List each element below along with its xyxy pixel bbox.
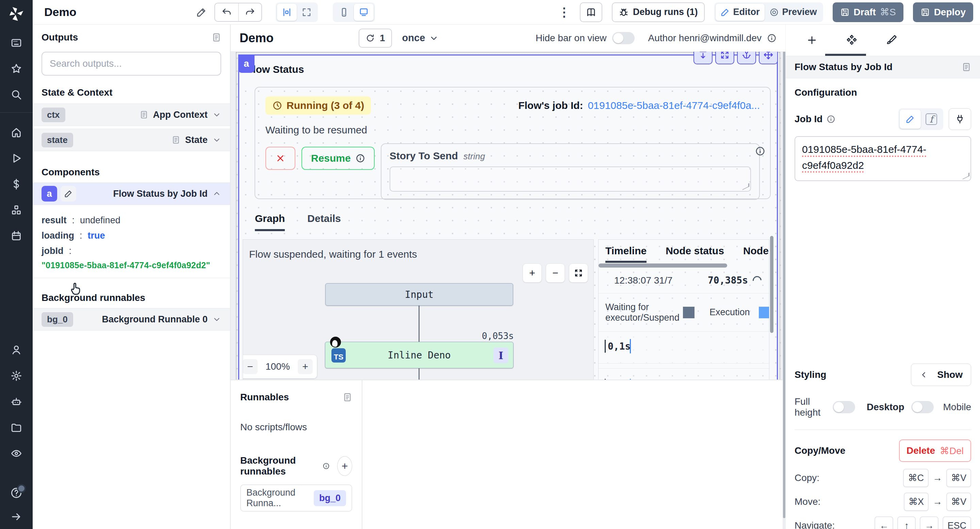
resources-icon[interactable] [10, 204, 22, 216]
ctx-row[interactable]: ctx App Context [33, 104, 230, 126]
zoom-in-button[interactable]: + [523, 263, 542, 282]
kbd-key: ← [875, 516, 893, 529]
tab-node-status[interactable]: Node status [666, 245, 724, 263]
info-icon[interactable] [323, 461, 330, 471]
debug-runs-button[interactable]: Debug runs (1) [612, 2, 705, 22]
styling-brush-tab[interactable] [886, 34, 897, 46]
prop-key[interactable]: jobId [41, 246, 63, 257]
outputs-search[interactable] [41, 52, 221, 76]
move-button[interactable] [759, 52, 778, 64]
windmill-logo-icon[interactable] [7, 5, 25, 23]
connect-plug-button[interactable] [949, 108, 971, 130]
zoom-plus-button[interactable]: + [298, 359, 313, 374]
anchor-button[interactable] [737, 52, 756, 64]
timeline-horizontal-scrollbar[interactable] [598, 263, 727, 268]
fullscreen-button[interactable] [715, 52, 734, 64]
bg-runnable-row[interactable]: bg_0 Background Runnable 0 [33, 308, 230, 331]
resize-handle[interactable] [963, 172, 969, 179]
favorites-star-icon[interactable] [10, 63, 22, 75]
users-icon[interactable] [10, 344, 22, 356]
add-bg-runnable-button[interactable]: + [337, 456, 352, 476]
flow-node-inline-deno[interactable]: TS Inline Deno I [325, 342, 514, 368]
outputs-search-input[interactable] [50, 58, 213, 69]
resize-handle[interactable] [743, 183, 749, 190]
job-id-link[interactable]: 0191085e-5baa-81ef-4774-c9ef4f0a... [588, 100, 760, 111]
redo-button[interactable] [238, 3, 261, 21]
refresh-schedule-select[interactable]: once [402, 32, 439, 43]
state-row[interactable]: state State [33, 129, 230, 151]
undo-button[interactable] [215, 3, 238, 21]
collapse-arrow-icon[interactable] [10, 511, 22, 523]
draft-save-button[interactable]: Draft ⌘S [833, 2, 904, 22]
panel-doc-icon[interactable] [962, 62, 971, 72]
app-canvas[interactable]: a Flow Status Running (3 of 4) Flow's jo… [231, 52, 785, 379]
runs-icon[interactable] [10, 152, 22, 164]
docs-book-button[interactable] [580, 2, 602, 22]
timeline-start-time: 12:38:07 31/7 [614, 275, 672, 286]
resume-button[interactable]: Resume [301, 147, 375, 170]
fit-view-button[interactable] [569, 263, 588, 282]
chevron-down-icon[interactable] [212, 315, 221, 324]
refresh-count-button[interactable]: 1 [359, 29, 392, 48]
editor-tab[interactable]: Editor [716, 4, 765, 21]
prop-key[interactable]: result [41, 215, 67, 226]
zoom-out-button[interactable]: − [546, 263, 565, 282]
tab-graph[interactable]: Graph [255, 213, 285, 231]
schedules-icon[interactable] [10, 230, 22, 242]
tab-node-definition[interactable]: Node [743, 245, 769, 263]
chevron-up-icon[interactable] [212, 189, 221, 198]
chevron-down-icon[interactable] [212, 135, 221, 144]
component-a-row[interactable]: a Flow Status by Job Id [33, 182, 230, 205]
rename-pencil-icon[interactable] [196, 7, 207, 18]
runnables-doc-icon[interactable] [343, 392, 352, 402]
variables-icon[interactable] [10, 178, 22, 190]
info-icon[interactable] [755, 146, 765, 156]
job-id-input[interactable]: 0191085e-5baa-81ef-4774- c9ef4f0a92d2 [795, 136, 971, 181]
component-rename-pencil-icon[interactable] [60, 186, 76, 202]
styling-show-button[interactable]: Show [911, 363, 971, 386]
workers-icon[interactable] [10, 395, 22, 408]
insert-component-tab[interactable] [806, 34, 818, 46]
more-menu-kebab-icon[interactable]: ⋮ [558, 5, 570, 19]
bg-runnable-item[interactable]: Background Runna... bg_0 [240, 484, 352, 511]
component-vertical-scrollbar[interactable] [770, 236, 773, 333]
flow-node-input[interactable]: Input [325, 283, 513, 306]
preview-tab[interactable]: Preview [765, 4, 822, 21]
flow-graph-panel[interactable]: Flow suspended, waiting for 1 events + −… [243, 239, 594, 379]
info-icon[interactable] [767, 33, 776, 43]
outputs-doc-icon[interactable] [212, 33, 221, 42]
audit-eye-icon[interactable] [10, 447, 22, 460]
folders-icon[interactable] [10, 421, 22, 434]
desktop-view-button[interactable] [354, 4, 374, 21]
deploy-button[interactable]: Deploy [913, 2, 973, 22]
component-settings-tab[interactable] [846, 34, 858, 46]
search-icon[interactable] [10, 89, 22, 101]
apps-icon[interactable] [10, 37, 22, 49]
selected-component-tag: a [238, 54, 255, 73]
chevron-down-icon[interactable] [212, 110, 221, 119]
center-layout-button[interactable] [277, 4, 297, 21]
static-input-mode-button[interactable] [900, 110, 921, 129]
full-width-layout-button[interactable] [297, 4, 317, 21]
help-icon[interactable] [10, 487, 22, 499]
prop-key[interactable]: loading [41, 231, 74, 241]
mobile-view-button[interactable] [334, 4, 354, 21]
zoom-minus-button[interactable]: − [243, 359, 258, 374]
desktop-toggle[interactable] [911, 401, 934, 413]
expression-input-mode-button[interactable]: f [921, 110, 942, 129]
story-to-send-textarea[interactable] [390, 166, 751, 192]
x-icon [275, 153, 285, 163]
tab-timeline[interactable]: Timeline [605, 245, 646, 263]
tab-details[interactable]: Details [307, 213, 340, 231]
panel-resize-divider[interactable] [783, 24, 786, 529]
cancel-button[interactable] [266, 147, 295, 170]
hide-bar-toggle[interactable] [612, 32, 635, 44]
info-icon[interactable] [827, 115, 835, 124]
expand-down-button[interactable] [694, 52, 713, 64]
bg-runnable-name: Background Runna... [247, 488, 314, 508]
full-height-toggle[interactable] [833, 401, 855, 413]
delete-component-button[interactable]: Delete ⌘Del [899, 440, 971, 462]
home-icon[interactable] [10, 126, 22, 139]
settings-gear-icon[interactable] [10, 370, 22, 382]
flow-status-component[interactable]: a Flow Status Running (3 of 4) Flow's jo… [238, 54, 778, 379]
